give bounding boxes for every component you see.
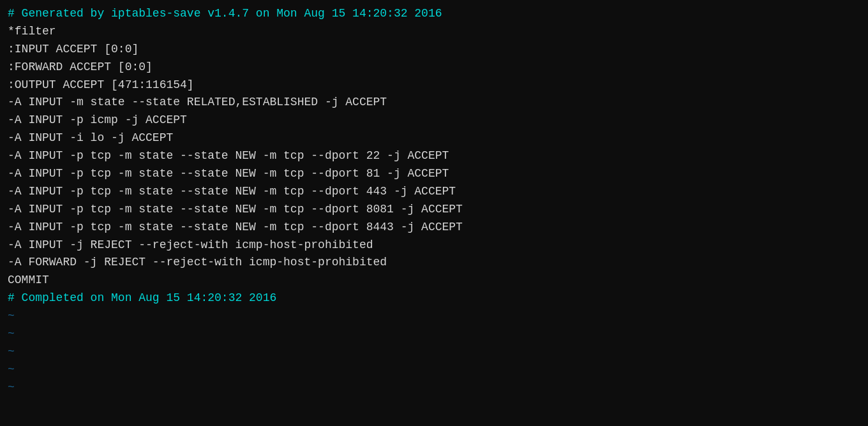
terminal-line-line13: -A INPUT -p tcp -m state --state NEW -m …	[8, 219, 860, 237]
terminal-line-line14: -A INPUT -j REJECT --reject-with icmp-ho…	[8, 237, 860, 254]
terminal-line-line8: -A INPUT -i lo -j ACCEPT	[8, 129, 860, 147]
terminal-line-line19: ~	[8, 325, 860, 343]
terminal-line-line18: ~	[8, 307, 860, 325]
terminal-line-line9: -A INPUT -p tcp -m state --state NEW -m …	[8, 147, 860, 165]
terminal-window: # Generated by iptables-save v1.4.7 on M…	[0, 0, 868, 426]
terminal-line-line16: COMMIT	[8, 272, 860, 290]
terminal-line-line22: ~	[8, 379, 860, 397]
terminal-line-line17: # Completed on Mon Aug 15 14:20:32 2016	[8, 290, 860, 307]
terminal-line-line10: -A INPUT -p tcp -m state --state NEW -m …	[8, 165, 860, 183]
terminal-line-line15: -A FORWARD -j REJECT --reject-with icmp-…	[8, 254, 860, 272]
terminal-line-line21: ~	[8, 361, 860, 379]
terminal-line-line7: -A INPUT -p icmp -j ACCEPT	[8, 112, 860, 129]
terminal-line-line5: :OUTPUT ACCEPT [471:116154]	[8, 77, 860, 94]
terminal-line-line4: :FORWARD ACCEPT [0:0]	[8, 59, 860, 77]
terminal-line-line1: # Generated by iptables-save v1.4.7 on M…	[8, 5, 860, 23]
terminal-line-line3: :INPUT ACCEPT [0:0]	[8, 41, 860, 59]
terminal-line-line6: -A INPUT -m state --state RELATED,ESTABL…	[8, 94, 860, 112]
terminal-line-line11: -A INPUT -p tcp -m state --state NEW -m …	[8, 183, 860, 201]
terminal-line-line20: ~	[8, 343, 860, 361]
terminal-line-line2: *filter	[8, 23, 860, 41]
terminal-line-line12: -A INPUT -p tcp -m state --state NEW -m …	[8, 201, 860, 219]
